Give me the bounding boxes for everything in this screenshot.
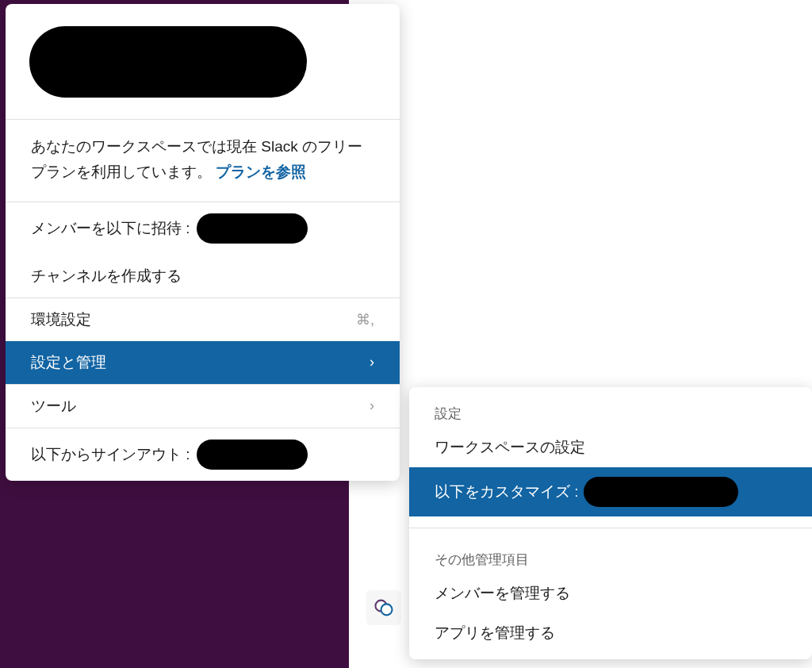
settings-admin-item[interactable]: 設定と管理 ›: [6, 341, 400, 384]
manage-members-item[interactable]: メンバーを管理する: [409, 574, 812, 613]
invite-label: メンバーを以下に招待 :: [31, 218, 190, 239]
customize-label: 以下をカスタマイズ :: [435, 482, 579, 502]
manage-apps-label: アプリを管理する: [435, 623, 555, 643]
customize-item[interactable]: 以下をカスタマイズ :: [409, 467, 812, 516]
settings-admin-submenu: 設定 ワークスペースの設定 以下をカスタマイズ : その他管理項目 メンバーを管…: [409, 387, 812, 659]
preferences-item[interactable]: 環境設定 ⌘,: [6, 298, 400, 341]
tools-item[interactable]: ツール ›: [6, 385, 400, 428]
plan-text: あなたのワークスペースでは現在 Slack のフリープランを利用しています。: [31, 138, 362, 180]
invite-members-item[interactable]: メンバーを以下に招待 :: [6, 202, 400, 255]
workspace-menu: あなたのワークスペースでは現在 Slack のフリープランを利用しています。 プ…: [6, 4, 400, 481]
redacted-workspace-name: [29, 26, 307, 98]
chevron-right-icon: ›: [370, 354, 374, 370]
submenu-section-admin-header: その他管理項目: [409, 539, 812, 574]
sign-out-label: 以下からサインアウト :: [31, 444, 190, 465]
create-channel-item[interactable]: チャンネルを作成する: [6, 255, 400, 298]
chevron-right-icon: ›: [370, 397, 374, 414]
settings-admin-label: 設定と管理: [31, 352, 106, 373]
preferences-shortcut: ⌘,: [356, 311, 374, 328]
workspace-settings-label: ワークスペースの設定: [435, 437, 585, 458]
sign-out-item[interactable]: 以下からサインアウト :: [6, 428, 400, 481]
submenu-section-settings-header: 設定: [409, 394, 812, 428]
redacted-customize-target: [584, 477, 738, 507]
manage-members-label: メンバーを管理する: [435, 583, 570, 604]
preferences-label: 環境設定: [31, 309, 91, 330]
chat-bubble-button[interactable]: [366, 590, 401, 625]
manage-apps-item[interactable]: アプリを管理する: [409, 613, 812, 653]
plan-link[interactable]: プランを参照: [216, 163, 306, 180]
tools-label: ツール: [31, 396, 76, 417]
workspace-header: [6, 4, 400, 119]
redacted-sign-out-target: [197, 440, 308, 470]
chat-bubble-icon: [373, 597, 395, 619]
workspace-settings-item[interactable]: ワークスペースの設定: [409, 428, 812, 467]
divider: [409, 528, 812, 528]
svg-point-1: [381, 604, 393, 615]
plan-info: あなたのワークスペースでは現在 Slack のフリープランを利用しています。 プ…: [6, 120, 400, 202]
redacted-workspace-target: [197, 213, 308, 244]
create-channel-label: チャンネルを作成する: [31, 266, 182, 286]
